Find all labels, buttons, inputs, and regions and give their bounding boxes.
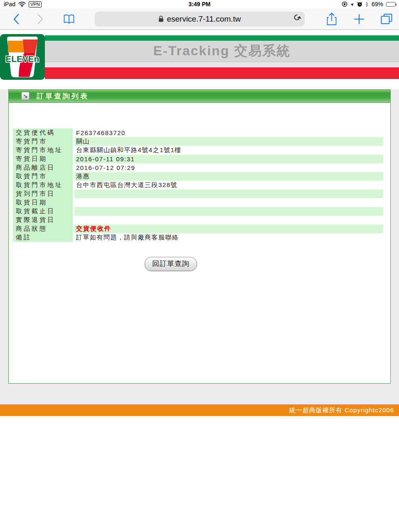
header-stripes: E-Tracking 交易系統 xyxy=(45,34,399,79)
title-band: E-Tracking 交易系統 xyxy=(45,41,399,61)
arrow-box-icon: ↘ xyxy=(21,92,30,100)
row-label: 取貨門市地址 xyxy=(13,181,74,190)
battery-icon xyxy=(386,2,396,7)
table-row: 取貨截止日 xyxy=(13,207,383,216)
svg-text:ELEVEn: ELEVEn xyxy=(6,54,39,64)
url-bar[interactable]: eservice.7-11.com.tw ↻ xyxy=(95,12,305,27)
button-row: 回訂單查詢 xyxy=(13,257,329,271)
forward-button[interactable] xyxy=(37,14,44,25)
green-stripe xyxy=(45,35,399,41)
row-value: 台中市西屯區台灣大道三段328號 xyxy=(74,181,383,190)
row-label: 商品狀態 xyxy=(13,224,74,233)
table-row: 交貨便代碼 F26374683720 xyxy=(13,128,383,137)
row-label: 商品離店日 xyxy=(13,163,74,172)
row-value: 台東縣關山鎮和平路4號4之1號1樓 xyxy=(74,146,383,155)
row-value xyxy=(74,207,383,216)
row-label: 寄貨日期 xyxy=(13,155,74,163)
copyright-text: 統一超商版權所有 Copyrightc2006 xyxy=(289,406,394,414)
red-stripe xyxy=(45,67,399,79)
streak-band xyxy=(45,61,399,67)
url-text: eservice.7-11.com.tw xyxy=(167,15,241,24)
status-time: 3:49 PM xyxy=(0,1,399,7)
share-icon[interactable] xyxy=(326,12,337,26)
panel-header: ↘ 訂單查詢列表 xyxy=(9,90,390,103)
row-value xyxy=(74,216,383,224)
table-row: 寄貨門市 關山 xyxy=(13,137,383,146)
table-row: 實際退貨日 xyxy=(13,216,383,224)
site-footer: 統一超商版權所有 Copyrightc2006 xyxy=(0,404,399,416)
site-title: E-Tracking 交易系統 xyxy=(153,42,291,60)
table-row: 寄貨門市地址 台東縣關山鎮和平路4號4之1號1樓 xyxy=(13,146,383,155)
page-background: ↘ 訂單查詢列表 交貨便代碼 F26374683720 寄貨門市 關山 寄貨門市… xyxy=(0,89,399,404)
table-row: 取貨門市地址 台中市西屯區台灣大道三段328號 xyxy=(13,181,383,190)
below-page-whitespace xyxy=(0,416,399,532)
row-label: 寄貨門市 xyxy=(13,137,74,146)
browser-toolbar: eservice.7-11.com.tw ↻ xyxy=(0,8,399,30)
row-label: 取貨日期 xyxy=(13,198,74,207)
order-panel: ↘ 訂單查詢列表 交貨便代碼 F26374683720 寄貨門市 關山 寄貨門市… xyxy=(8,89,391,384)
row-label: 取貨門市 xyxy=(13,172,74,181)
site-header: ELEVEn E-Tracking 交易系統 xyxy=(0,34,399,80)
table-row: 貨到門市日 xyxy=(13,190,383,198)
row-value: F26374683720 xyxy=(74,128,383,137)
row-value: 訂單如有問題，請與廠商客服聯絡 xyxy=(74,233,383,242)
row-value: 關山 xyxy=(74,137,383,146)
row-label: 交貨便代碼 xyxy=(13,128,74,137)
back-to-query-button[interactable]: 回訂單查詢 xyxy=(145,257,197,271)
reload-icon[interactable]: ↻ xyxy=(290,11,303,23)
row-value: 2016-07-11 09:31 xyxy=(74,155,383,163)
bookmarks-icon[interactable] xyxy=(63,14,75,25)
panel-title: 訂單查詢列表 xyxy=(37,91,89,101)
tabs-icon[interactable] xyxy=(380,13,393,25)
row-value: 港惠 xyxy=(74,172,383,181)
table-row: 商品離店日 2016-07-12 07:29 xyxy=(13,163,383,172)
status-bar: iPad VPN 3:49 PM ➤ xyxy=(0,0,399,8)
row-label: 寄貨門市地址 xyxy=(13,146,74,155)
new-tab-icon[interactable] xyxy=(354,14,365,25)
table-row: 商品狀態 交貨便收件 xyxy=(13,224,383,233)
table-row: 取貨日期 xyxy=(13,198,383,207)
row-value: 2016-07-12 07:29 xyxy=(74,163,383,172)
row-value xyxy=(74,190,383,198)
row-label: 實際退貨日 xyxy=(13,216,74,224)
order-detail-table: 交貨便代碼 F26374683720 寄貨門市 關山 寄貨門市地址 台東縣關山鎮… xyxy=(13,128,383,242)
panel-body: 交貨便代碼 F26374683720 寄貨門市 關山 寄貨門市地址 台東縣關山鎮… xyxy=(9,103,390,271)
row-value: 交貨便收件 xyxy=(74,224,383,233)
table-row: 備註 訂單如有問題，請與廠商客服聯絡 xyxy=(13,233,383,242)
lock-icon xyxy=(158,15,164,22)
seven-eleven-logo: ELEVEn xyxy=(0,34,45,80)
table-row: 寄貨日期 2016-07-11 09:31 xyxy=(13,155,383,163)
back-button[interactable] xyxy=(13,14,20,25)
table-row: 取貨門市 港惠 xyxy=(13,172,383,181)
row-label: 取貨截止日 xyxy=(13,207,74,216)
toolbar-gap xyxy=(0,30,399,34)
row-value xyxy=(74,198,383,207)
row-label: 備註 xyxy=(13,233,74,242)
row-label: 貨到門市日 xyxy=(13,190,74,198)
